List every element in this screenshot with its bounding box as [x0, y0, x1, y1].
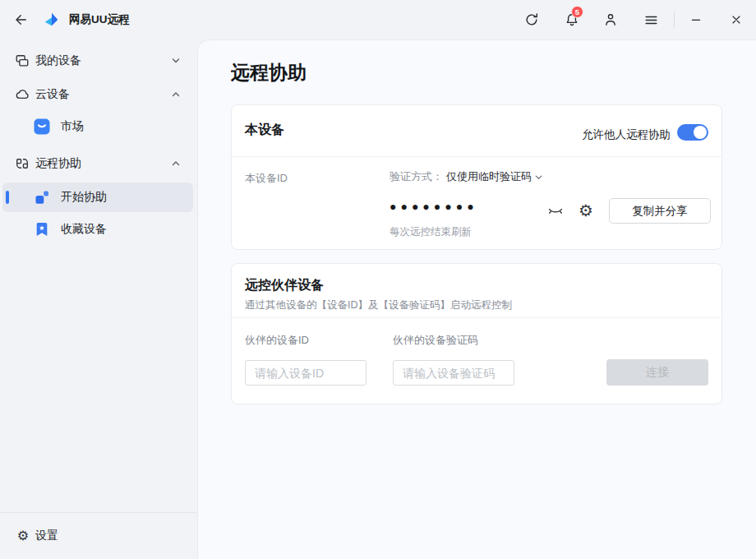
- masked-verification-code: ●●●●●●●●: [390, 200, 478, 213]
- sidebar-divider: [0, 512, 197, 513]
- sidebar-item-start-assist[interactable]: 开始协助: [2, 182, 193, 212]
- card-divider: [232, 317, 721, 318]
- sidebar: 我的设备 云设备 市场: [0, 39, 197, 559]
- local-device-card: 本设备 允许他人远程协助 本设备ID 验证方式： 仅使用临时验证码 ●●●●●●…: [231, 104, 722, 250]
- back-arrow-icon: [14, 12, 29, 27]
- user-icon: [602, 12, 619, 28]
- sidebar-item-my-devices[interactable]: 我的设备: [0, 49, 197, 72]
- sidebar-item-remote-assist[interactable]: 远程协助: [0, 152, 197, 175]
- local-device-title: 本设备: [245, 122, 284, 139]
- verify-method-dropdown[interactable]: 仅使用临时验证码: [446, 169, 543, 184]
- notifications-button[interactable]: 5: [560, 8, 583, 31]
- menu-button[interactable]: [639, 8, 662, 31]
- active-indicator: [6, 191, 9, 204]
- app-title: 网易UU远程: [69, 0, 130, 39]
- card-divider: [232, 156, 721, 157]
- account-button[interactable]: [599, 8, 622, 31]
- partner-id-label: 伙伴的设备ID: [245, 333, 309, 348]
- sidebar-item-market[interactable]: 市场: [0, 112, 197, 141]
- chevron-up-icon: [171, 90, 181, 99]
- toggle-knob: [694, 126, 707, 139]
- remote-assist-icon: [15, 156, 30, 171]
- eye-closed-icon: [546, 201, 565, 219]
- verify-method-row: 验证方式： 仅使用临时验证码: [390, 169, 543, 184]
- connect-button[interactable]: 连接: [606, 359, 708, 386]
- sidebar-item-favorite-devices[interactable]: 收藏设备: [0, 215, 197, 244]
- allow-remote-label: 允许他人远程协助: [582, 127, 671, 142]
- market-icon: [34, 118, 50, 135]
- titlebar-divider: [674, 12, 675, 28]
- sidebar-item-cloud-devices[interactable]: 云设备: [0, 83, 197, 106]
- chevron-up-icon: [171, 159, 181, 169]
- partner-card-title: 远控伙伴设备: [245, 277, 324, 294]
- close-icon: [730, 13, 743, 26]
- app-window: 网易UU远程 5: [0, 0, 756, 559]
- chevron-down-icon: [534, 173, 543, 182]
- page-title: 远程协助: [231, 60, 307, 85]
- bookmark-star-icon: [34, 221, 50, 238]
- device-id-label: 本设备ID: [245, 171, 288, 186]
- minimize-icon: [689, 13, 703, 26]
- title-bar: 网易UU远程 5: [0, 0, 756, 39]
- partner-id-input[interactable]: [245, 360, 366, 386]
- main-panel: 远程协助 本设备 允许他人远程协助 本设备ID 验证方式： 仅使用临时验证码 ●…: [197, 39, 756, 559]
- app-logo-icon: [43, 11, 61, 29]
- partner-code-input[interactable]: [393, 360, 514, 386]
- chevron-down-icon: [171, 56, 181, 66]
- gear-icon: ⚙: [579, 199, 593, 222]
- gear-icon: ⚙: [16, 529, 30, 543]
- hamburger-menu-icon: [643, 12, 659, 28]
- refresh-button[interactable]: [520, 8, 543, 31]
- verify-method-label: 验证方式：: [390, 169, 443, 184]
- close-button[interactable]: [725, 8, 748, 31]
- partner-card-subtitle: 通过其他设备的【设备ID】及【设备验证码】启动远程控制: [245, 298, 512, 312]
- back-button[interactable]: [10, 8, 33, 31]
- partner-code-label: 伙伴的设备验证码: [393, 333, 478, 348]
- minimize-button[interactable]: [685, 8, 708, 31]
- refresh-note: 每次远控结束刷新: [390, 225, 472, 239]
- allow-remote-toggle[interactable]: [677, 124, 708, 141]
- notification-badge: 5: [571, 6, 583, 18]
- partner-device-card: 远控伙伴设备 通过其他设备的【设备ID】及【设备验证码】启动远程控制 伙伴的设备…: [231, 263, 722, 404]
- sidebar-item-settings[interactable]: ⚙ 设置: [0, 524, 197, 547]
- start-assist-icon: [34, 189, 50, 206]
- code-settings-button[interactable]: ⚙: [574, 199, 597, 222]
- cloud-icon: [15, 87, 30, 102]
- refresh-icon: [523, 12, 540, 28]
- copy-share-button[interactable]: 复制并分享: [609, 198, 711, 224]
- show-code-button[interactable]: [544, 199, 567, 222]
- devices-icon: [15, 53, 30, 68]
